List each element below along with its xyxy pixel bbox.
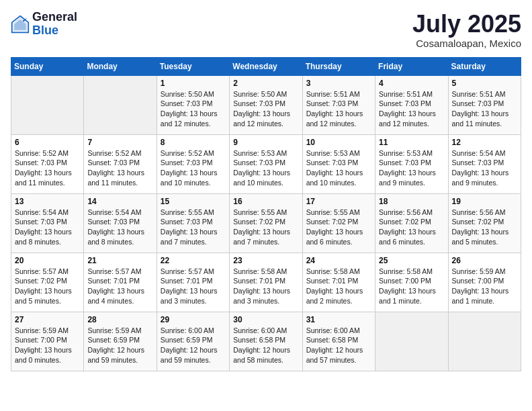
calendar-cell bbox=[11, 75, 84, 134]
calendar-week-row: 27Sunrise: 5:59 AM Sunset: 7:00 PM Dayli… bbox=[11, 312, 521, 371]
calendar-cell: 3Sunrise: 5:51 AM Sunset: 7:03 PM Daylig… bbox=[302, 75, 375, 134]
day-number: 10 bbox=[306, 138, 371, 147]
logo-icon bbox=[11, 15, 30, 34]
day-number: 18 bbox=[379, 197, 444, 206]
logo: General Blue bbox=[11, 11, 77, 38]
day-number: 20 bbox=[15, 256, 80, 265]
day-info: Sunrise: 5:54 AM Sunset: 7:03 PM Dayligh… bbox=[452, 148, 517, 188]
calendar-cell bbox=[84, 75, 157, 134]
title-block: July 2025 Cosamaloapan, Mexico bbox=[412, 11, 521, 49]
day-info: Sunrise: 6:00 AM Sunset: 6:58 PM Dayligh… bbox=[233, 326, 298, 365]
day-number: 3 bbox=[306, 79, 371, 88]
day-number: 1 bbox=[161, 79, 226, 88]
day-info: Sunrise: 5:58 AM Sunset: 7:00 PM Dayligh… bbox=[379, 267, 444, 306]
calendar-week-row: 6Sunrise: 5:52 AM Sunset: 7:03 PM Daylig… bbox=[11, 134, 521, 193]
day-number: 17 bbox=[306, 197, 371, 206]
calendar-cell bbox=[375, 312, 448, 371]
calendar-cell: 1Sunrise: 5:50 AM Sunset: 7:03 PM Daylig… bbox=[157, 75, 229, 134]
day-number: 13 bbox=[15, 197, 80, 206]
calendar-cell: 8Sunrise: 5:52 AM Sunset: 7:03 PM Daylig… bbox=[157, 134, 229, 193]
calendar-cell: 18Sunrise: 5:56 AM Sunset: 7:02 PM Dayli… bbox=[375, 193, 448, 253]
weekday-header: Wednesday bbox=[230, 57, 302, 75]
month-title: July 2025 bbox=[412, 11, 521, 38]
day-info: Sunrise: 5:57 AM Sunset: 7:01 PM Dayligh… bbox=[161, 267, 226, 306]
calendar-cell: 17Sunrise: 5:55 AM Sunset: 7:02 PM Dayli… bbox=[302, 193, 375, 253]
day-info: Sunrise: 5:54 AM Sunset: 7:03 PM Dayligh… bbox=[87, 208, 152, 247]
day-info: Sunrise: 5:53 AM Sunset: 7:03 PM Dayligh… bbox=[306, 148, 371, 188]
calendar-cell: 24Sunrise: 5:58 AM Sunset: 7:01 PM Dayli… bbox=[302, 253, 375, 312]
day-number: 31 bbox=[306, 315, 371, 324]
calendar-cell: 29Sunrise: 6:00 AM Sunset: 6:59 PM Dayli… bbox=[157, 312, 229, 371]
calendar-cell: 2Sunrise: 5:50 AM Sunset: 7:03 PM Daylig… bbox=[230, 75, 302, 134]
day-number: 27 bbox=[15, 315, 80, 324]
day-number: 28 bbox=[87, 315, 152, 324]
day-info: Sunrise: 5:51 AM Sunset: 7:03 PM Dayligh… bbox=[452, 89, 517, 129]
day-info: Sunrise: 5:51 AM Sunset: 7:03 PM Dayligh… bbox=[379, 89, 444, 129]
day-info: Sunrise: 5:57 AM Sunset: 7:01 PM Dayligh… bbox=[87, 267, 152, 306]
calendar-week-row: 13Sunrise: 5:54 AM Sunset: 7:03 PM Dayli… bbox=[11, 193, 521, 253]
day-number: 25 bbox=[379, 256, 444, 265]
day-info: Sunrise: 5:59 AM Sunset: 6:59 PM Dayligh… bbox=[87, 326, 152, 365]
calendar-cell: 20Sunrise: 5:57 AM Sunset: 7:02 PM Dayli… bbox=[11, 253, 84, 312]
day-info: Sunrise: 5:55 AM Sunset: 7:03 PM Dayligh… bbox=[161, 208, 226, 247]
calendar-cell: 28Sunrise: 5:59 AM Sunset: 6:59 PM Dayli… bbox=[84, 312, 157, 371]
day-number: 19 bbox=[452, 197, 517, 206]
day-info: Sunrise: 5:56 AM Sunset: 7:02 PM Dayligh… bbox=[379, 208, 444, 247]
calendar-cell: 4Sunrise: 5:51 AM Sunset: 7:03 PM Daylig… bbox=[375, 75, 448, 134]
weekday-header: Thursday bbox=[302, 57, 375, 75]
weekday-header: Friday bbox=[375, 57, 448, 75]
calendar-cell bbox=[448, 312, 521, 371]
day-info: Sunrise: 5:55 AM Sunset: 7:02 PM Dayligh… bbox=[233, 208, 298, 247]
calendar-cell: 19Sunrise: 5:56 AM Sunset: 7:02 PM Dayli… bbox=[448, 193, 521, 253]
day-info: Sunrise: 6:00 AM Sunset: 6:58 PM Dayligh… bbox=[306, 326, 371, 365]
day-info: Sunrise: 5:59 AM Sunset: 7:00 PM Dayligh… bbox=[452, 267, 517, 306]
calendar-week-row: 1Sunrise: 5:50 AM Sunset: 7:03 PM Daylig… bbox=[11, 75, 521, 134]
calendar-cell: 26Sunrise: 5:59 AM Sunset: 7:00 PM Dayli… bbox=[448, 253, 521, 312]
calendar-cell: 16Sunrise: 5:55 AM Sunset: 7:02 PM Dayli… bbox=[230, 193, 302, 253]
day-info: Sunrise: 5:53 AM Sunset: 7:03 PM Dayligh… bbox=[233, 148, 298, 188]
weekday-header-row: SundayMondayTuesdayWednesdayThursdayFrid… bbox=[11, 57, 521, 75]
calendar-table: SundayMondayTuesdayWednesdayThursdayFrid… bbox=[11, 57, 521, 371]
day-number: 29 bbox=[161, 315, 226, 324]
day-info: Sunrise: 5:58 AM Sunset: 7:01 PM Dayligh… bbox=[306, 267, 371, 306]
weekday-header: Saturday bbox=[448, 57, 521, 75]
calendar-cell: 23Sunrise: 5:58 AM Sunset: 7:01 PM Dayli… bbox=[230, 253, 302, 312]
day-info: Sunrise: 6:00 AM Sunset: 6:59 PM Dayligh… bbox=[161, 326, 226, 365]
day-number: 22 bbox=[161, 256, 226, 265]
day-number: 4 bbox=[379, 79, 444, 88]
calendar-cell: 22Sunrise: 5:57 AM Sunset: 7:01 PM Dayli… bbox=[157, 253, 229, 312]
day-info: Sunrise: 5:52 AM Sunset: 7:03 PM Dayligh… bbox=[161, 148, 226, 188]
calendar-week-row: 20Sunrise: 5:57 AM Sunset: 7:02 PM Dayli… bbox=[11, 253, 521, 312]
day-info: Sunrise: 5:51 AM Sunset: 7:03 PM Dayligh… bbox=[306, 89, 371, 129]
day-number: 8 bbox=[161, 138, 226, 147]
day-number: 5 bbox=[452, 79, 517, 88]
day-number: 7 bbox=[87, 138, 152, 147]
calendar-cell: 7Sunrise: 5:52 AM Sunset: 7:03 PM Daylig… bbox=[84, 134, 157, 193]
day-info: Sunrise: 5:59 AM Sunset: 7:00 PM Dayligh… bbox=[15, 326, 80, 365]
day-number: 11 bbox=[379, 138, 444, 147]
day-info: Sunrise: 5:55 AM Sunset: 7:02 PM Dayligh… bbox=[306, 208, 371, 247]
calendar-cell: 5Sunrise: 5:51 AM Sunset: 7:03 PM Daylig… bbox=[448, 75, 521, 134]
calendar-cell: 6Sunrise: 5:52 AM Sunset: 7:03 PM Daylig… bbox=[11, 134, 84, 193]
day-number: 23 bbox=[233, 256, 298, 265]
calendar-cell: 31Sunrise: 6:00 AM Sunset: 6:58 PM Dayli… bbox=[302, 312, 375, 371]
day-number: 6 bbox=[15, 138, 80, 147]
day-number: 16 bbox=[233, 197, 298, 206]
logo-general: General bbox=[32, 11, 77, 24]
calendar-cell: 11Sunrise: 5:53 AM Sunset: 7:03 PM Dayli… bbox=[375, 134, 448, 193]
day-number: 21 bbox=[87, 256, 152, 265]
calendar-cell: 13Sunrise: 5:54 AM Sunset: 7:03 PM Dayli… bbox=[11, 193, 84, 253]
day-number: 12 bbox=[452, 138, 517, 147]
day-number: 14 bbox=[87, 197, 152, 206]
day-info: Sunrise: 5:58 AM Sunset: 7:01 PM Dayligh… bbox=[233, 267, 298, 306]
calendar-cell: 12Sunrise: 5:54 AM Sunset: 7:03 PM Dayli… bbox=[448, 134, 521, 193]
calendar-cell: 15Sunrise: 5:55 AM Sunset: 7:03 PM Dayli… bbox=[157, 193, 229, 253]
day-info: Sunrise: 5:50 AM Sunset: 7:03 PM Dayligh… bbox=[233, 89, 298, 129]
calendar-cell: 27Sunrise: 5:59 AM Sunset: 7:00 PM Dayli… bbox=[11, 312, 84, 371]
day-number: 24 bbox=[306, 256, 371, 265]
day-number: 9 bbox=[233, 138, 298, 147]
weekday-header: Monday bbox=[84, 57, 157, 75]
calendar-cell: 30Sunrise: 6:00 AM Sunset: 6:58 PM Dayli… bbox=[230, 312, 302, 371]
day-info: Sunrise: 5:52 AM Sunset: 7:03 PM Dayligh… bbox=[15, 148, 80, 188]
day-number: 15 bbox=[161, 197, 226, 206]
